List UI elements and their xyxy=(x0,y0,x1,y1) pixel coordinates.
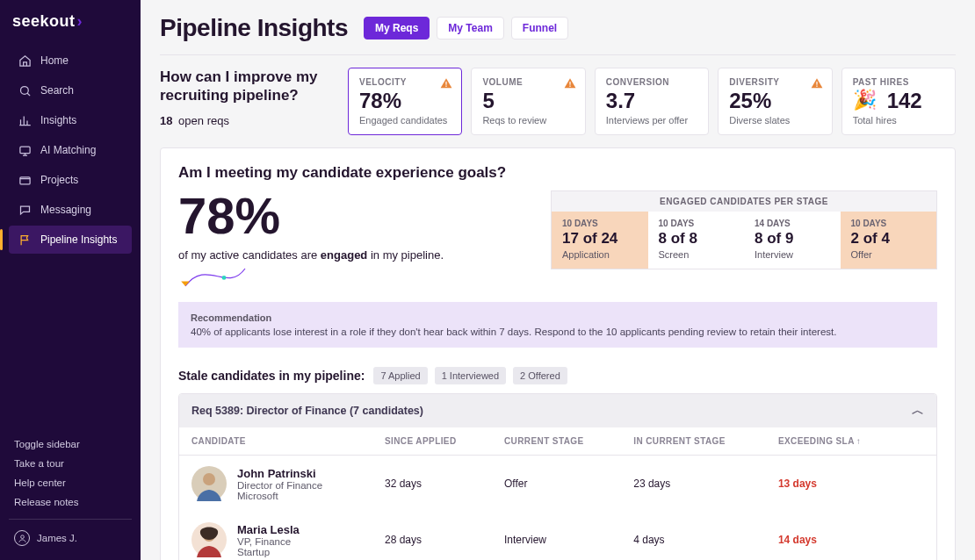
sidebar-footer: Toggle sidebar Take a tour Help center R… xyxy=(9,434,132,549)
question-text: How can I improve my recruiting pipeline… xyxy=(160,68,336,105)
avatar xyxy=(191,522,227,557)
chip-applied[interactable]: 7 Applied xyxy=(373,367,427,384)
candidate-company: Microsoft xyxy=(237,491,322,501)
stage-name: Interview xyxy=(755,249,830,260)
col-candidate[interactable]: CANDIDATE xyxy=(179,427,372,456)
kpi-velocity[interactable]: VELOCITY 78% Engaged candidates xyxy=(348,68,462,135)
nav-insights[interactable]: Insights xyxy=(9,106,132,134)
confetti-icon: 🎉 xyxy=(853,89,877,111)
stage-ratio: 2 of 4 xyxy=(851,230,927,248)
svg-point-0 xyxy=(20,86,28,94)
kpi-value: 25% xyxy=(729,89,820,113)
stage-days: 10 DAYS xyxy=(659,219,734,228)
warning-icon xyxy=(811,77,823,90)
stage-name: Application xyxy=(562,249,638,260)
sidebar: seekout› Home Search Insights xyxy=(0,0,141,560)
svg-point-4 xyxy=(222,276,227,280)
tab-funnel[interactable]: Funnel xyxy=(511,17,568,39)
user-avatar-icon xyxy=(14,530,30,546)
goals-heading: Am I meeting my candidate experience goa… xyxy=(178,164,937,182)
nav-search[interactable]: Search xyxy=(9,76,132,104)
warning-icon xyxy=(440,77,452,90)
folder-icon xyxy=(18,173,32,187)
chat-icon xyxy=(18,203,32,217)
nav-label: Pipeline Insights xyxy=(40,233,117,246)
kpi-label: VOLUME xyxy=(482,77,574,87)
svg-point-7 xyxy=(203,473,215,485)
release-notes-link[interactable]: Release notes xyxy=(9,492,132,512)
nav-pipeline-insights[interactable]: Pipeline Insights xyxy=(9,226,132,254)
stage-screen[interactable]: 10 DAYS 8 of 8 Screen xyxy=(648,212,745,269)
stale-heading: Stale candidates in my pipeline: xyxy=(178,369,365,383)
kpi-desc: Interviews per offer xyxy=(606,115,697,126)
guiding-question: How can I improve my recruiting pipeline… xyxy=(160,68,336,127)
kpi-diversity[interactable]: DIVERSITY 25% Diverse slates xyxy=(718,68,832,135)
primary-nav: Home Search Insights AI Matching xyxy=(9,47,132,254)
kpi-value: 142 xyxy=(887,89,922,113)
take-tour-link[interactable]: Take a tour xyxy=(9,454,132,473)
stage-interview[interactable]: 14 DAYS 8 of 9 Interview xyxy=(744,212,841,269)
stage-days: 10 DAYS xyxy=(851,219,927,228)
nav-projects[interactable]: Projects xyxy=(9,166,132,194)
chip-interviewed[interactable]: 1 Interviewed xyxy=(435,367,506,384)
tab-my-team[interactable]: My Team xyxy=(437,17,503,39)
kpi-conversion[interactable]: CONVERSION 3.7 Interviews per offer xyxy=(595,68,709,135)
cell-stage: Interview xyxy=(492,512,621,560)
nav-label: Insights xyxy=(40,114,76,126)
nav-label: Search xyxy=(40,84,74,97)
view-tabs: My Reqs My Team Funnel xyxy=(364,17,568,39)
kpi-volume[interactable]: VOLUME 5 Reqs to review xyxy=(471,68,585,135)
user-name: James J. xyxy=(37,533,77,543)
toggle-sidebar-link[interactable]: Toggle sidebar xyxy=(9,434,132,454)
svg-point-3 xyxy=(20,535,24,538)
kpi-label: CONVERSION xyxy=(606,77,697,87)
stage-application[interactable]: 10 DAYS 17 of 24 Application xyxy=(552,212,648,269)
stage-days: 10 DAYS xyxy=(562,219,638,228)
stale-heading-row: Stale candidates in my pipeline: 7 Appli… xyxy=(178,367,937,384)
cell-in-stage: 23 days xyxy=(621,456,766,513)
stage-ratio: 8 of 9 xyxy=(755,230,830,248)
nav-ai-matching[interactable]: AI Matching xyxy=(9,136,132,164)
goals-panel: Am I meeting my candidate experience goa… xyxy=(160,147,956,560)
col-since[interactable]: SINCE APPLIED xyxy=(372,427,492,456)
nav-label: AI Matching xyxy=(40,144,96,156)
kpi-past-hires[interactable]: PAST HIRES 🎉 142 Total hires xyxy=(841,68,956,135)
nav-label: Messaging xyxy=(40,204,91,216)
warning-icon xyxy=(564,77,576,90)
kpi-label: VELOCITY xyxy=(359,77,451,87)
nav-home[interactable]: Home xyxy=(9,47,132,75)
main: Pipeline Insights My Reqs My Team Funnel… xyxy=(141,0,975,560)
table-row[interactable]: Maria Lesla VP, Finance Startup 28 days … xyxy=(179,512,936,560)
kpi-label: DIVERSITY xyxy=(729,77,820,87)
chip-offered[interactable]: 2 Offered xyxy=(513,367,567,384)
cell-stage: Offer xyxy=(492,456,621,513)
stage-offer[interactable]: 10 DAYS 2 of 4 Offer xyxy=(841,212,937,269)
current-user[interactable]: James J. xyxy=(9,527,132,549)
req-title: Req 5389: Director of Finance (7 candida… xyxy=(191,405,423,417)
brand-name: seekout xyxy=(12,12,76,31)
nav-messaging[interactable]: Messaging xyxy=(9,196,132,224)
stage-days: 14 DAYS xyxy=(755,219,830,228)
decorative-curve xyxy=(178,258,389,293)
cell-in-stage: 4 days xyxy=(621,512,766,560)
stage-name: Offer xyxy=(851,249,927,260)
stage-name: Screen xyxy=(659,249,734,260)
chevron-up-icon: ︿ xyxy=(912,403,924,419)
kpi-desc: Reqs to review xyxy=(482,115,574,126)
kpi-desc: Engaged candidates xyxy=(359,115,451,126)
col-sla[interactable]: EXCEEDING SLA↑ xyxy=(766,427,936,456)
col-in-stage[interactable]: IN CURRENT STAGE xyxy=(621,427,766,456)
flag-icon xyxy=(18,233,32,247)
goal-summary: 78% of my active candidates are engaged … xyxy=(178,190,444,297)
cell-sla: 13 days xyxy=(766,456,936,513)
kpi-row: How can I improve my recruiting pipeline… xyxy=(160,68,956,135)
table-row[interactable]: John Patrinski Director of Finance Micro… xyxy=(179,456,936,513)
home-icon xyxy=(18,54,32,68)
recommendation-text: 40% of applicants lose interest in a rol… xyxy=(191,327,925,337)
page-title: Pipeline Insights xyxy=(160,14,348,42)
tab-my-reqs[interactable]: My Reqs xyxy=(364,17,430,39)
col-stage[interactable]: CURRENT STAGE xyxy=(492,427,621,456)
bars-icon xyxy=(18,113,32,127)
help-center-link[interactable]: Help center xyxy=(9,473,132,492)
req-accordion-header[interactable]: Req 5389: Director of Finance (7 candida… xyxy=(179,394,936,427)
